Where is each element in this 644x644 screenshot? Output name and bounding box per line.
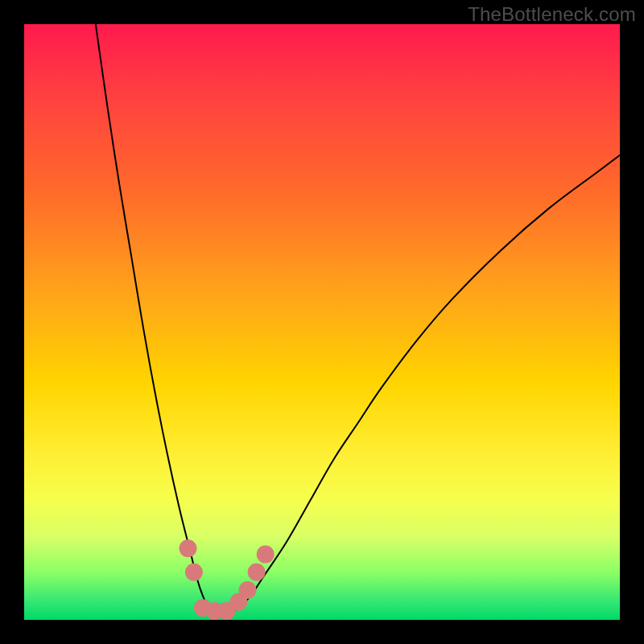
series-left-curve [96, 24, 215, 614]
plot-area [24, 24, 620, 620]
chart-svg [24, 24, 620, 620]
marker-left-marker-1 [180, 539, 197, 557]
marker-layer [180, 539, 275, 620]
curve-layer [96, 24, 620, 614]
marker-right-marker-4 [257, 546, 275, 564]
watermark-label: TheBottleneck.com [468, 3, 636, 26]
marker-left-marker-2 [185, 564, 203, 581]
marker-right-marker-2 [239, 581, 257, 599]
chart-frame: TheBottleneck.com [0, 0, 644, 644]
series-right-curve [227, 155, 620, 614]
marker-right-marker-3 [248, 564, 266, 581]
